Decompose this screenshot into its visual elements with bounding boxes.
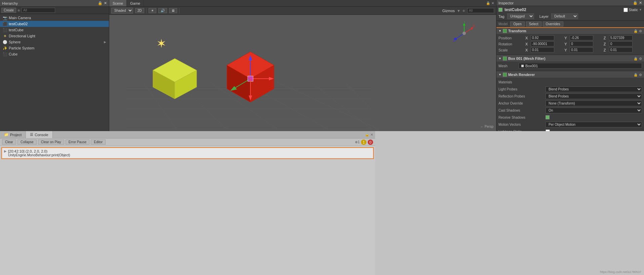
scene-tab-label: Scene [113, 1, 123, 5]
mesh-filter-settings-icon[interactable]: ⚙ [639, 57, 642, 61]
entry-values: (2.0, 2.0, 2.0) [26, 149, 47, 153]
sound-toggle-btn[interactable]: 🔊 [158, 8, 167, 13]
console-tab-label: Console [35, 133, 48, 137]
log-count-label: ⊕1 [355, 140, 360, 144]
error-pause-button[interactable]: Error Pause [66, 140, 89, 145]
mesh-filter-section: ▼ Box 001 (Mesh Filter) 🔒 ⚙ Mesh ◼ Box00… [496, 55, 644, 71]
scale-label: Scale [498, 48, 525, 52]
model-row: Model Open Select Overrides [496, 21, 644, 27]
light-toggle-btn[interactable]: ☀ [149, 8, 156, 13]
hierarchy-item-cube[interactable]: ⬛ Cube [0, 51, 109, 57]
scene-search-input[interactable] [467, 8, 494, 13]
svg-point-36 [462, 32, 466, 35]
reflection-probes-row: Reflection Probes Blend Probes [498, 93, 642, 99]
2d-button[interactable]: 2D [135, 8, 144, 13]
light-probes-dropdown[interactable]: Blend Probes [546, 86, 642, 92]
mesh-renderer-header[interactable]: ▼ Mesh Renderer 🔒 ⚙ [496, 71, 644, 78]
camera-icon: 📷 [3, 15, 7, 20]
rot-z-input[interactable] [609, 41, 633, 46]
scale-x-input[interactable] [531, 47, 554, 52]
hierarchy-item-sphere[interactable]: ⚪ Sphere ▶ [0, 39, 109, 45]
reflection-probes-dropdown[interactable]: Blend Probes [546, 93, 642, 99]
mesh-filter-checkbox[interactable] [503, 56, 507, 61]
tag-label: Tag [498, 14, 505, 18]
hierarchy-search-input[interactable] [22, 8, 55, 13]
transform-header[interactable]: ▼ Transform 🔒 ⚙ [496, 27, 644, 34]
screen-toggle-btn[interactable]: 🖥 [169, 8, 177, 13]
hierarchy-header: Hierarchy 🔒 ✕ [0, 0, 109, 7]
model-select-btn[interactable]: Select [526, 22, 541, 27]
model-open-btn[interactable]: Open [510, 22, 524, 27]
tab-game[interactable]: Game [127, 0, 144, 6]
transform-title: Transform [508, 29, 526, 33]
pos-y-input[interactable] [570, 35, 593, 40]
warning-count-badge: 1 [361, 140, 366, 145]
console-entry-1[interactable]: ▶ [20:42:10] (2.0, 2.0, 2.0) UnityEngine… [1, 147, 374, 159]
expand-sphere-icon[interactable]: ▶ [104, 40, 106, 44]
clear-on-play-button[interactable]: Clear on Play [38, 140, 64, 145]
inspector-close-icon[interactable]: ✕ [639, 1, 642, 5]
pos-z-input[interactable] [609, 35, 633, 40]
bottom-close-icon[interactable]: ✕ [370, 133, 373, 136]
hierarchy-item-testcube[interactable]: ⬛ testCube [0, 27, 109, 33]
editor-button[interactable]: Editor [91, 140, 106, 145]
lightmap-static-row: Lightmap Static [498, 128, 642, 131]
hierarchy-item-main-camera[interactable]: 📷 Main Camera [0, 15, 109, 21]
svg-text:X: X [473, 24, 475, 28]
transform-active-box[interactable] [503, 29, 507, 33]
pos-y-label: Y [564, 36, 569, 40]
gizmos-dropdown-icon[interactable]: ▼ [457, 9, 460, 13]
mesh-renderer-checkbox[interactable] [503, 73, 507, 77]
transform-lock-icon: 🔒 [634, 29, 638, 33]
console-icon: ☰ [30, 132, 33, 137]
scale-z-input[interactable] [609, 47, 633, 52]
mesh-filter-title: Box 001 (Mesh Filter) [508, 56, 546, 61]
tab-project[interactable]: 📁 Project [0, 131, 26, 138]
rot-y-input[interactable] [570, 41, 593, 46]
hierarchy-close-icon[interactable]: ✕ [104, 1, 107, 5]
model-overrides-btn[interactable]: Overrides [543, 22, 563, 27]
motion-vectors-dropdown[interactable]: Per Object Motion [546, 122, 642, 127]
mesh-filter-lock-icon: 🔒 [634, 57, 638, 61]
static-checkbox[interactable] [623, 8, 628, 12]
cast-shadows-row: Cast Shadows On [498, 107, 642, 113]
gizmos-label: Gizmos [442, 9, 455, 13]
rot-x-input[interactable] [531, 41, 554, 46]
tag-dropdown[interactable]: Untagged [507, 13, 534, 19]
create-button[interactable]: Create [1, 8, 16, 13]
hierarchy-item-testcube02[interactable]: ⬛ testCube02 [0, 21, 109, 27]
anchor-override-label: Anchor Override [498, 102, 546, 105]
mesh-renderer-settings-icon[interactable]: ⚙ [639, 73, 642, 77]
hierarchy-item-directional-light[interactable]: ☀ Directional Light [0, 33, 109, 39]
console-toolbar: Clear Collapse Clear on Play Error Pause… [0, 139, 375, 146]
tab-console[interactable]: ☰ Console [26, 131, 52, 138]
hierarchy-list: 📷 Main Camera ⬛ testCube02 ⬛ testCube ☀ … [0, 14, 109, 131]
collapse-button[interactable]: Collapse [17, 140, 37, 145]
red-cube-svg [220, 48, 281, 109]
layer-dropdown[interactable]: Default [551, 13, 578, 19]
scene-close-icon[interactable]: ✕ [491, 1, 494, 5]
tab-scene[interactable]: Scene [109, 0, 127, 6]
mesh-filter-header[interactable]: ▼ Box 001 (Mesh Filter) 🔒 ⚙ [496, 55, 644, 62]
error-count: 0 [369, 140, 371, 144]
scale-y-input[interactable] [570, 47, 593, 52]
game-tab-label: Game [130, 1, 140, 5]
transform-fold-icon: ▼ [498, 29, 501, 33]
transform-settings-icon[interactable]: ⚙ [639, 29, 642, 33]
clear-button[interactable]: Clear [2, 140, 16, 145]
static-dropdown-icon[interactable]: ▼ [639, 8, 642, 11]
hierarchy-item-particle[interactable]: ✨ Particle System [0, 45, 109, 51]
rotation-row: Rotation X Y Z [498, 41, 642, 46]
pos-x-input[interactable] [531, 35, 554, 40]
shading-dropdown[interactable]: Shaded [111, 8, 133, 13]
directional-light-indicator: ✶ [156, 37, 166, 51]
object-active-checkbox[interactable] [498, 8, 502, 12]
svg-text:Y: Y [463, 22, 466, 23]
mesh-row: Mesh ◼ Box001 [498, 63, 642, 69]
pos-x-label: X [525, 36, 530, 40]
search-all-label: ⊕ [17, 9, 20, 12]
cast-shadows-dropdown[interactable]: On [546, 108, 642, 113]
receive-shadows-checkbox[interactable] [546, 115, 550, 119]
anchor-override-dropdown[interactable]: None (Transform) [546, 101, 642, 106]
entry-arrow-icon: ▶ [4, 149, 7, 153]
